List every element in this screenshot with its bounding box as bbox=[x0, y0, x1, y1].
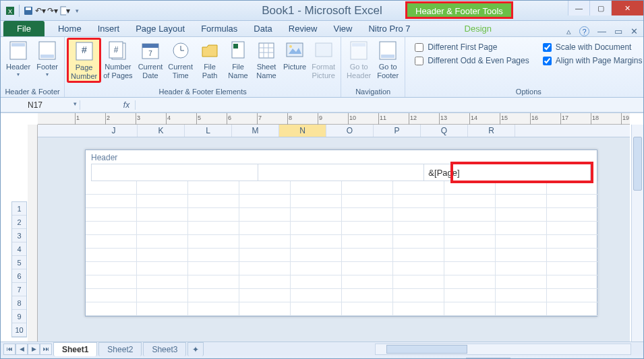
cell[interactable] bbox=[86, 181, 137, 195]
cell[interactable] bbox=[547, 222, 598, 235]
cell[interactable] bbox=[496, 275, 547, 289]
cell[interactable] bbox=[137, 222, 188, 235]
cell[interactable] bbox=[444, 195, 496, 208]
minimize-ribbon-icon[interactable]: ▵ bbox=[566, 26, 571, 36]
save-icon[interactable] bbox=[23, 5, 34, 16]
cell[interactable] bbox=[86, 222, 137, 235]
row-header[interactable]: 6 bbox=[12, 269, 26, 283]
cell[interactable] bbox=[137, 235, 188, 249]
cell[interactable] bbox=[547, 195, 598, 208]
column-header[interactable]: L bbox=[185, 125, 232, 137]
tab-design[interactable]: Design bbox=[457, 21, 500, 36]
worksheet-page[interactable]: Header &[Page] bbox=[85, 150, 597, 317]
cell[interactable] bbox=[444, 249, 496, 262]
tab-nitro[interactable]: Nitro Pro 7 bbox=[360, 21, 418, 36]
undo-icon[interactable]: ↶▾ bbox=[35, 5, 46, 16]
cell[interactable] bbox=[137, 181, 188, 195]
cell[interactable] bbox=[444, 275, 496, 289]
cell[interactable] bbox=[239, 275, 291, 289]
cell[interactable] bbox=[393, 181, 444, 195]
cell[interactable] bbox=[496, 302, 547, 316]
cell[interactable] bbox=[188, 289, 239, 302]
cell[interactable] bbox=[137, 208, 188, 222]
sheet-name-button[interactable]: Sheet Name bbox=[252, 38, 281, 81]
horizontal-scrollbar[interactable] bbox=[375, 344, 631, 355]
cell[interactable] bbox=[393, 195, 444, 208]
sheet-nav-prev[interactable]: ◀ bbox=[16, 344, 28, 355]
column-header[interactable]: R bbox=[468, 125, 515, 137]
cell[interactable] bbox=[496, 222, 547, 235]
chk-scale[interactable]: Scale with Document bbox=[543, 42, 643, 52]
cell[interactable] bbox=[342, 302, 393, 316]
chk-diff-first[interactable]: Different First Page bbox=[415, 42, 529, 52]
tab-formulas[interactable]: Formulas bbox=[193, 21, 245, 36]
cell[interactable] bbox=[137, 249, 188, 262]
cell[interactable] bbox=[137, 195, 188, 208]
cell[interactable] bbox=[342, 289, 393, 302]
sheet-tab-1[interactable]: Sheet1 bbox=[53, 342, 97, 356]
close-button[interactable]: ✕ bbox=[611, 1, 643, 15]
cell[interactable] bbox=[239, 181, 291, 195]
cell[interactable] bbox=[496, 289, 547, 302]
hscroll-thumb[interactable] bbox=[386, 345, 467, 354]
cell[interactable] bbox=[188, 249, 239, 262]
cell[interactable] bbox=[444, 181, 496, 195]
cell[interactable] bbox=[393, 249, 444, 262]
cell[interactable] bbox=[291, 208, 342, 222]
workbook-close-icon[interactable]: ✕ bbox=[631, 26, 638, 36]
cell[interactable] bbox=[291, 235, 342, 249]
cell[interactable] bbox=[239, 208, 291, 222]
cell[interactable] bbox=[239, 302, 291, 316]
name-box[interactable]: N17 bbox=[1, 100, 80, 110]
cell[interactable] bbox=[342, 249, 393, 262]
footer-button[interactable]: Footer▾ bbox=[33, 38, 61, 79]
file-name-button[interactable]: File Name bbox=[224, 38, 252, 81]
cell[interactable] bbox=[291, 249, 342, 262]
cell[interactable] bbox=[342, 222, 393, 235]
row-header[interactable]: 4 bbox=[12, 242, 26, 256]
cell[interactable] bbox=[496, 208, 547, 222]
column-header[interactable]: N bbox=[279, 125, 326, 137]
header-area[interactable]: Header &[Page] bbox=[86, 150, 597, 181]
picture-button[interactable]: Picture bbox=[281, 38, 309, 73]
file-path-button[interactable]: File Path bbox=[196, 38, 224, 81]
cell-grid[interactable] bbox=[86, 181, 597, 316]
tab-data[interactable]: Data bbox=[245, 21, 280, 36]
cell[interactable] bbox=[547, 302, 598, 316]
cell[interactable] bbox=[444, 235, 496, 249]
cell[interactable] bbox=[188, 195, 239, 208]
row-headers[interactable]: 12345678910 bbox=[11, 201, 27, 337]
cell[interactable] bbox=[444, 289, 496, 302]
cell[interactable] bbox=[496, 235, 547, 249]
maximize-button[interactable]: ▢ bbox=[589, 1, 611, 15]
cell[interactable] bbox=[547, 208, 598, 222]
cell[interactable] bbox=[137, 302, 188, 316]
cell[interactable] bbox=[547, 289, 598, 302]
cell[interactable] bbox=[86, 289, 137, 302]
cell[interactable] bbox=[86, 275, 137, 289]
row-header[interactable]: 9 bbox=[12, 310, 26, 323]
tab-file[interactable]: File bbox=[3, 21, 45, 36]
workbook-minimize-icon[interactable]: — bbox=[597, 26, 606, 36]
vertical-scrollbar[interactable] bbox=[631, 125, 643, 341]
cell[interactable] bbox=[86, 195, 137, 208]
cell[interactable] bbox=[393, 208, 444, 222]
tab-view[interactable]: View bbox=[325, 21, 360, 36]
cell[interactable] bbox=[342, 195, 393, 208]
cell[interactable] bbox=[291, 195, 342, 208]
goto-footer-button[interactable]: Go to Footer bbox=[374, 38, 402, 81]
cell[interactable] bbox=[496, 181, 547, 195]
column-header[interactable]: M bbox=[232, 125, 279, 137]
cell[interactable] bbox=[239, 249, 291, 262]
sheet-nav-next[interactable]: ▶ bbox=[28, 344, 40, 355]
qat-more-icon[interactable]: ▾ bbox=[71, 5, 82, 16]
new-icon[interactable]: ▾ bbox=[59, 5, 70, 16]
column-headers[interactable]: JKLMNOPQR bbox=[38, 125, 630, 137]
header-right[interactable]: &[Page] bbox=[424, 164, 591, 181]
cell[interactable] bbox=[444, 302, 496, 316]
header-center[interactable] bbox=[258, 164, 425, 181]
cell[interactable] bbox=[393, 235, 444, 249]
sheet-nav-last[interactable]: ⏭ bbox=[40, 344, 52, 355]
number-of-pages-button[interactable]: #Number of Pages bbox=[100, 38, 135, 81]
cell[interactable] bbox=[188, 262, 239, 275]
